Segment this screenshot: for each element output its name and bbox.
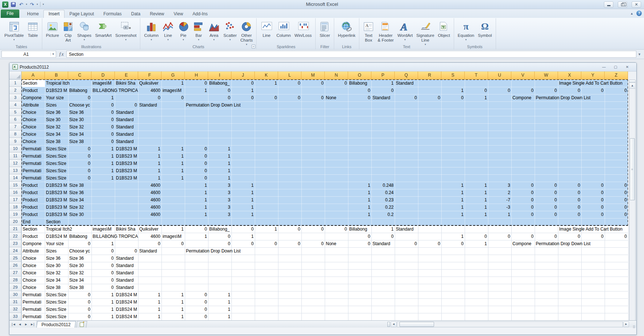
cell-B24[interactable]: Sizes <box>45 247 68 255</box>
cell-C19[interactable]: Size 30 <box>68 211 91 218</box>
cell-C30[interactable]: 0 <box>68 291 91 298</box>
cell-P17[interactable]: 0.23 <box>371 196 395 204</box>
cell-E27[interactable]: Standard <box>115 269 138 277</box>
column-header-S[interactable]: S <box>441 72 465 80</box>
cell-F13[interactable]: 1 <box>138 167 161 174</box>
column-header-U[interactable]: U <box>488 72 511 80</box>
formula-input[interactable]: Section <box>66 51 636 58</box>
cell-D30[interactable]: 1 <box>91 291 115 298</box>
row-header-29[interactable]: 29 <box>9 284 22 291</box>
cell-J21[interactable]: 0 <box>231 225 255 233</box>
scroll-left-icon[interactable]: ◄ <box>391 321 397 327</box>
cell-O17[interactable]: 1 <box>348 196 371 204</box>
column-header-P[interactable]: P <box>371 72 395 80</box>
cell-B31[interactable]: Sizes:Size <box>45 298 68 306</box>
cell-D21[interactable]: images\M <box>91 225 115 233</box>
cell-W19[interactable]: 0 <box>535 211 558 218</box>
cell-E31[interactable]: D1BS24 M <box>115 298 138 306</box>
cell-S18[interactable]: 1 <box>441 204 465 211</box>
cell-A13[interactable]: Permutati <box>22 167 45 174</box>
row-header-33[interactable]: 33 <box>9 313 22 320</box>
cell-Y18[interactable]: 0 <box>581 204 605 211</box>
cell-H19[interactable]: 1 <box>185 211 208 218</box>
row-header-3[interactable]: 3 <box>9 94 22 101</box>
row-header-10[interactable]: 10 <box>9 145 22 152</box>
cell-A5[interactable]: Choice <box>22 109 45 116</box>
horizontal-scroll-track[interactable] <box>397 321 623 327</box>
cell-A17[interactable]: Product <box>22 196 45 204</box>
cell-C10[interactable]: 0 <box>68 145 91 152</box>
equation-button[interactable]: πEquation▾ <box>456 19 476 41</box>
cell-J1[interactable]: 0 <box>231 80 255 87</box>
row-header-16[interactable]: 16 <box>9 189 22 196</box>
dropdown-arrow-icon[interactable]: ▾ <box>167 38 169 41</box>
cell-I19[interactable]: 3 <box>208 211 231 218</box>
cell-Q23[interactable]: 0 <box>395 240 418 247</box>
object-button[interactable]: Object <box>436 19 452 38</box>
row-header-19[interactable]: 19 <box>9 211 22 218</box>
cell-X22[interactable]: 0 <box>558 233 581 240</box>
name-box[interactable]: A1 ▼ <box>1 51 56 58</box>
dropdown-arrow-icon[interactable]: ▾ <box>125 38 127 41</box>
tab-review[interactable]: Review <box>145 10 169 18</box>
cell-B20[interactable]: Section <box>45 218 68 225</box>
cell-E33[interactable]: D1BS24 M <box>115 313 138 320</box>
cell-V2[interactable]: 0 <box>511 87 535 94</box>
cell-C33[interactable]: 0 <box>68 313 91 320</box>
cell-E4[interactable]: 0 <box>115 101 138 109</box>
other-charts-button[interactable]: OtherCharts▾ <box>239 19 255 46</box>
cell-C15[interactable]: Size 38 <box>68 182 91 189</box>
cell-M3[interactable]: 0 <box>301 94 325 101</box>
cell-D24[interactable]: 0 <box>91 247 115 255</box>
table-button[interactable]: Table <box>26 19 40 38</box>
cell-C14[interactable]: 0 <box>68 174 91 182</box>
cell-V3[interactable]: Compone <box>511 94 535 101</box>
cell-S16[interactable]: 1 <box>441 189 465 196</box>
cell-D4[interactable]: 0 <box>91 101 115 109</box>
cell-H4[interactable]: Permutation Drop Down List <box>185 101 278 109</box>
cell-B16[interactable]: D1BS23 M <box>45 189 68 196</box>
cell-C25[interactable]: Size 36 <box>68 255 91 262</box>
dropdown-arrow-icon[interactable]: ▾ <box>405 38 406 41</box>
cell-G10[interactable]: 1 <box>161 145 185 152</box>
cell-W2[interactable]: 0 <box>535 87 558 94</box>
cell-F33[interactable]: 1 <box>138 313 161 320</box>
cell-E29[interactable]: Standard <box>115 284 138 291</box>
cell-B10[interactable]: Sizes:Size <box>45 145 68 152</box>
cell-E8[interactable]: Standard <box>115 131 138 138</box>
cell-D10[interactable]: 1 <box>91 145 115 152</box>
cell-A25[interactable]: Choice <box>22 255 45 262</box>
cell-J3[interactable]: 0 <box>231 94 255 101</box>
dropdown-arrow-icon[interactable]: ▾ <box>465 38 467 41</box>
column-header-B[interactable]: B <box>45 72 68 80</box>
cell-B11[interactable]: Sizes:Size <box>45 152 68 160</box>
cells-viewport[interactable]: SectionTropical Itchimages\MBikini ShaQu… <box>22 80 628 328</box>
cell-K1[interactable]: 1 <box>255 80 278 87</box>
cell-P2[interactable]: 0 <box>371 87 395 94</box>
cell-F4[interactable]: Standard <box>138 101 161 109</box>
cell-H14[interactable]: 0 <box>185 174 208 182</box>
column-header-I[interactable]: I <box>208 72 231 80</box>
cell-Y2[interactable]: 0 <box>581 87 605 94</box>
cell-J18[interactable]: 1 <box>231 204 255 211</box>
cell-I30[interactable]: 1 <box>208 291 231 298</box>
cell-I2[interactable]: 0 <box>208 87 231 94</box>
tab-add-ins[interactable]: Add-Ins <box>188 10 212 18</box>
cell-O15[interactable]: 1 <box>348 182 371 189</box>
cell-H13[interactable]: 0 <box>185 167 208 174</box>
row-header-4[interactable]: 4 <box>9 101 22 109</box>
cell-U18[interactable]: -3 <box>488 204 511 211</box>
cell-B28[interactable]: Size 34 <box>45 277 68 284</box>
cell-D31[interactable]: 1 <box>91 298 115 306</box>
cell-C16[interactable]: Size 36 <box>68 189 91 196</box>
cell-Y15[interactable]: 0 <box>581 182 605 189</box>
cell-O19[interactable]: 1 <box>348 211 371 218</box>
cell-A9[interactable]: Choice <box>22 138 45 145</box>
row-header-13[interactable]: 13 <box>9 167 22 174</box>
minimize-ribbon-icon[interactable]: ▲ <box>630 12 633 15</box>
cell-H22[interactable]: 1 <box>185 233 208 240</box>
cell-S2[interactable]: 1 <box>441 87 465 94</box>
cell-O21[interactable]: Billabong <box>348 225 371 233</box>
cell-V15[interactable]: 0 <box>511 182 535 189</box>
cell-B8[interactable]: Size 34 <box>45 131 68 138</box>
